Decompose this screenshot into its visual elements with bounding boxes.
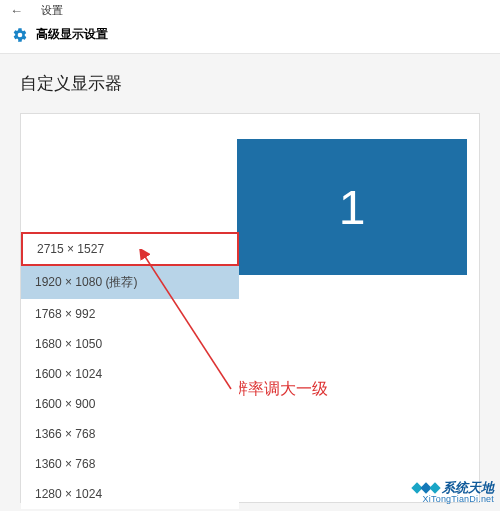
resolution-option[interactable]: 1920 × 1080 (推荐) [21, 266, 239, 299]
header-title: 设置 [41, 3, 63, 18]
cube-icon [413, 484, 439, 492]
monitor-preview[interactable]: 1 [237, 139, 467, 275]
window-header: ← 设置 [0, 0, 500, 20]
section-title: 自定义显示器 [20, 72, 480, 95]
subheader: 高级显示设置 [0, 20, 500, 54]
resolution-dropdown-list[interactable]: 2715 × 15271920 × 1080 (推荐)1768 × 992168… [21, 232, 239, 509]
resolution-option[interactable]: 1680 × 1050 [21, 329, 239, 359]
resolution-option[interactable]: 1360 × 768 [21, 449, 239, 479]
resolution-option[interactable]: 2715 × 1527 [21, 232, 239, 266]
back-button[interactable]: ← [10, 3, 23, 18]
resolution-option[interactable]: 1600 × 1024 [21, 359, 239, 389]
resolution-option[interactable]: 1600 × 900 [21, 389, 239, 419]
watermark: 系统天地 XiTongTianDi.net [413, 481, 494, 505]
resolution-option[interactable]: 1280 × 1024 [21, 479, 239, 509]
resolution-option[interactable]: 1366 × 768 [21, 419, 239, 449]
content: 自定义显示器 1 2715 × 15271920 × 1080 (推荐)1768… [0, 54, 500, 503]
monitor-number: 1 [339, 180, 366, 235]
display-panel: 1 2715 × 15271920 × 1080 (推荐)1768 × 9921… [20, 113, 480, 503]
subheader-title: 高级显示设置 [36, 26, 108, 43]
watermark-logo: 系统天地 [413, 481, 494, 495]
watermark-subtitle: XiTongTianDi.net [413, 495, 494, 505]
resolution-option[interactable]: 1768 × 992 [21, 299, 239, 329]
watermark-title: 系统天地 [442, 481, 494, 495]
gear-icon [12, 27, 28, 43]
